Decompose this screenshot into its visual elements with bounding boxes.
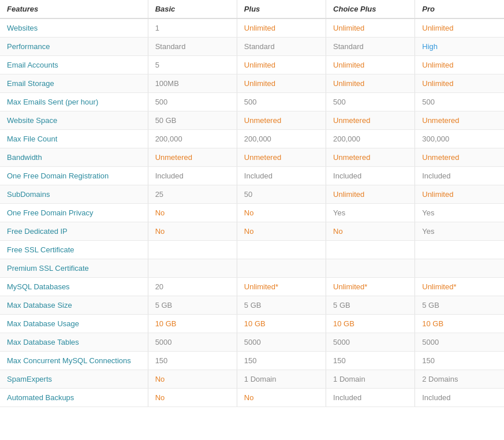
- feature-cell: Email Accounts: [0, 56, 148, 74]
- value-cell: 10 GB: [148, 315, 237, 333]
- value-cell: No: [326, 222, 415, 241]
- value-cell: 50 GB: [148, 111, 237, 130]
- value-cell: No: [148, 204, 237, 222]
- value-cell: Unmetered: [415, 111, 504, 130]
- value-cell: High: [415, 38, 504, 56]
- value-cell: 10 GB: [237, 315, 326, 333]
- value-cell: 100MB: [148, 74, 237, 93]
- value-cell: Unlimited: [415, 18, 504, 38]
- value-cell: 300,000: [415, 130, 504, 148]
- value-cell: Included: [326, 389, 415, 407]
- table-row: Max Database Usage10 GB10 GB10 GB10 GB: [0, 315, 504, 333]
- comparison-table-wrapper: Features Basic Plus Choice Plus Pro Webs…: [0, 0, 504, 407]
- value-cell: [415, 241, 504, 259]
- value-cell: 500: [415, 93, 504, 111]
- value-cell: 5 GB: [148, 296, 237, 315]
- value-cell: Yes: [415, 204, 504, 222]
- value-cell: 200,000: [237, 130, 326, 148]
- value-cell: [326, 241, 415, 259]
- value-cell: Unlimited*: [326, 278, 415, 296]
- value-cell: Included: [326, 167, 415, 185]
- value-cell: 20: [148, 278, 237, 296]
- value-cell: No: [148, 389, 237, 407]
- value-cell: Unlimited*: [415, 278, 504, 296]
- value-cell: Unlimited*: [237, 278, 326, 296]
- table-row: One Free Domain PrivacyNoNoYesYes: [0, 204, 504, 222]
- value-cell: 500: [237, 93, 326, 111]
- value-cell: 1: [148, 18, 237, 38]
- value-cell: 10 GB: [326, 315, 415, 333]
- table-row: Email Accounts5UnlimitedUnlimitedUnlimit…: [0, 56, 504, 74]
- table-row: Max Concurrent MySQL Connections15015015…: [0, 352, 504, 370]
- value-cell: Unlimited: [237, 18, 326, 38]
- value-cell: Unmetered: [326, 111, 415, 130]
- feature-cell: Performance: [0, 38, 148, 56]
- value-cell: Standard: [148, 38, 237, 56]
- feature-cell: SpamExperts: [0, 370, 148, 389]
- value-cell: No: [237, 204, 326, 222]
- table-row: Free SSL Certificate: [0, 241, 504, 259]
- value-cell: 5 GB: [326, 296, 415, 315]
- value-cell: 5000: [326, 333, 415, 352]
- value-cell: 5000: [415, 333, 504, 352]
- value-cell: Unlimited: [237, 56, 326, 74]
- table-row: Max File Count200,000200,000200,000300,0…: [0, 130, 504, 148]
- feature-cell: Max File Count: [0, 130, 148, 148]
- value-cell: 500: [148, 93, 237, 111]
- value-cell: Included: [237, 167, 326, 185]
- value-cell: Unmetered: [326, 148, 415, 167]
- value-cell: No: [237, 222, 326, 241]
- value-cell: 1 Domain: [326, 370, 415, 389]
- value-cell: 150: [326, 352, 415, 370]
- value-cell: [326, 259, 415, 278]
- feature-cell: Max Database Size: [0, 296, 148, 315]
- header-choice-plus: Choice Plus: [326, 0, 415, 18]
- table-row: Website Space50 GBUnmeteredUnmeteredUnme…: [0, 111, 504, 130]
- table-row: SpamExpertsNo1 Domain1 Domain2 Domains: [0, 370, 504, 389]
- feature-cell: Free Dedicated IP: [0, 222, 148, 241]
- value-cell: 150: [148, 352, 237, 370]
- value-cell: 5: [148, 56, 237, 74]
- header-pro: Pro: [415, 0, 504, 18]
- value-cell: 150: [415, 352, 504, 370]
- feature-cell: Free SSL Certificate: [0, 241, 148, 259]
- value-cell: Unlimited: [415, 56, 504, 74]
- value-cell: [415, 259, 504, 278]
- value-cell: Included: [415, 389, 504, 407]
- feature-cell: Websites: [0, 18, 148, 38]
- feature-cell: Max Emails Sent (per hour): [0, 93, 148, 111]
- feature-cell: Bandwidth: [0, 148, 148, 167]
- table-row: Free Dedicated IPNoNoNoYes: [0, 222, 504, 241]
- table-row: Max Database Size5 GB5 GB5 GB5 GB: [0, 296, 504, 315]
- feature-cell: Automated Backups: [0, 389, 148, 407]
- value-cell: No: [148, 370, 237, 389]
- value-cell: Unmetered: [237, 111, 326, 130]
- table-row: Max Database Tables5000500050005000: [0, 333, 504, 352]
- value-cell: 10 GB: [415, 315, 504, 333]
- value-cell: [237, 241, 326, 259]
- feature-cell: SubDomains: [0, 185, 148, 204]
- value-cell: Included: [415, 167, 504, 185]
- header-plus: Plus: [237, 0, 326, 18]
- value-cell: Standard: [237, 38, 326, 56]
- value-cell: 5000: [148, 333, 237, 352]
- value-cell: [148, 259, 237, 278]
- value-cell: Included: [148, 167, 237, 185]
- table-row: MySQL Databases20Unlimited*Unlimited*Unl…: [0, 278, 504, 296]
- feature-cell: Website Space: [0, 111, 148, 130]
- table-row: Email Storage100MBUnlimitedUnlimitedUnli…: [0, 74, 504, 93]
- table-row: BandwidthUnmeteredUnmeteredUnmeteredUnme…: [0, 148, 504, 167]
- feature-cell: Max Database Usage: [0, 315, 148, 333]
- table-row: Premium SSL Certificate: [0, 259, 504, 278]
- feature-cell: One Free Domain Registration: [0, 167, 148, 185]
- value-cell: Unlimited: [326, 56, 415, 74]
- table-row: PerformanceStandardStandardStandardHigh: [0, 38, 504, 56]
- value-cell: Unlimited: [237, 74, 326, 93]
- value-cell: 200,000: [326, 130, 415, 148]
- value-cell: [237, 259, 326, 278]
- value-cell: Yes: [415, 222, 504, 241]
- value-cell: Unlimited: [326, 18, 415, 38]
- value-cell: 5 GB: [237, 296, 326, 315]
- value-cell: 2 Domains: [415, 370, 504, 389]
- value-cell: Unlimited: [326, 74, 415, 93]
